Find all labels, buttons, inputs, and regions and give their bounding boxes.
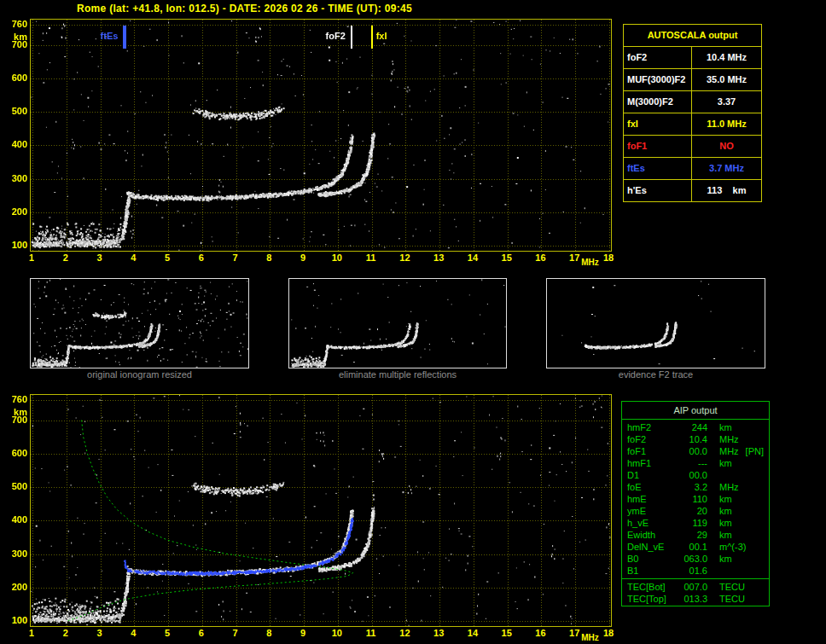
aip-table-title: AIP output bbox=[622, 402, 769, 420]
aip-param-extra bbox=[739, 481, 746, 493]
autoscala-table-rows: foF210.4 MHzMUF(3000)F235.0 MHzM(3000)F2… bbox=[624, 47, 761, 201]
x-axis-unit: MHz bbox=[581, 258, 599, 267]
aip-param-unit: km bbox=[707, 529, 732, 541]
autoscala-param-label: fxI bbox=[624, 113, 692, 135]
autoscala-param-label: foF2 bbox=[624, 47, 692, 68]
y-tick-label: 200 bbox=[2, 581, 27, 593]
aip-row: hmF2244km bbox=[622, 421, 769, 433]
aip-param-name: hmE bbox=[622, 493, 678, 505]
thumbnail-filtered-canvas bbox=[289, 279, 506, 368]
autoscala-param-value: 35.0 MHz bbox=[692, 69, 761, 90]
autoscala-param-label: MUF(3000)F2 bbox=[624, 69, 692, 90]
autoscala-row: MUF(3000)F235.0 MHz bbox=[624, 69, 761, 91]
thumbnail-caption-original: original ionogram resized bbox=[30, 369, 249, 380]
aip-param-extra bbox=[732, 505, 739, 517]
aip-param-value: 00.0 bbox=[678, 469, 707, 481]
y-tick-label: 760 bbox=[2, 393, 27, 405]
aip-param-unit: km bbox=[707, 457, 732, 469]
autoscala-row: foF210.4 MHz bbox=[624, 47, 761, 69]
aip-param-name: B1 bbox=[622, 565, 678, 577]
aip-param-value: 29 bbox=[678, 529, 707, 541]
marker-label-fxi: fxI bbox=[376, 31, 387, 41]
x-tick-label: 4 bbox=[122, 628, 144, 638]
autoscala-param-label: ftEs bbox=[624, 158, 692, 179]
aip-param-unit: TECU bbox=[707, 581, 745, 593]
y-tick-label: 100 bbox=[2, 614, 27, 626]
aip-param-extra bbox=[745, 581, 752, 593]
aip-row: hmE110km bbox=[622, 493, 769, 505]
y-tick-label: 600 bbox=[2, 447, 27, 459]
autoscala-row: foF1NO bbox=[624, 136, 761, 158]
y-tick-label: 300 bbox=[2, 172, 27, 184]
aip-param-extra bbox=[732, 493, 739, 505]
y-axis-unit: km bbox=[2, 31, 27, 43]
aip-param-value: 244 bbox=[678, 421, 707, 433]
aip-row: Ewidth29km bbox=[622, 529, 769, 541]
x-tick-label: 15 bbox=[496, 252, 518, 263]
aip-param-extra: [PN] bbox=[739, 445, 764, 457]
x-tick-label: 13 bbox=[428, 252, 450, 263]
aip-param-extra bbox=[732, 457, 739, 469]
bottom-ionogram-canvas bbox=[30, 394, 612, 627]
autoscala-table-title: AUTOSCALA output bbox=[624, 25, 761, 47]
aip-param-unit bbox=[707, 469, 719, 481]
aip-param-name: D1 bbox=[622, 469, 678, 481]
thumbnail-original-canvas bbox=[31, 279, 248, 368]
x-tick-label: 2 bbox=[55, 252, 77, 263]
x-tick-label: 7 bbox=[224, 628, 247, 638]
aip-table-rows: hmF2244kmfoF210.4MHzfoF100.0MHz[PN]hmF1-… bbox=[622, 420, 769, 577]
aip-param-name: foF2 bbox=[622, 433, 678, 445]
x-tick-label: 5 bbox=[156, 628, 178, 638]
thumbnail-caption-f2-trace: evidence F2 trace bbox=[546, 369, 765, 380]
top-ionogram-canvas bbox=[30, 19, 612, 252]
aip-row: foF210.4MHz bbox=[622, 433, 769, 445]
y-tick-label: 760 bbox=[2, 18, 27, 30]
aip-row: B0063.0km bbox=[622, 553, 769, 565]
aip-row: DelN_vE00.1m^(-3) bbox=[622, 541, 769, 553]
aip-param-unit: MHz bbox=[707, 481, 739, 493]
x-tick-label: 18 bbox=[597, 628, 620, 638]
y-tick-label: 600 bbox=[2, 72, 27, 84]
aip-param-name: B0 bbox=[622, 553, 678, 565]
x-tick-label: 2 bbox=[55, 628, 77, 638]
y-tick-label: 500 bbox=[2, 480, 27, 492]
thumbnail-caption-filtered: eliminate multiple reflections bbox=[288, 369, 507, 380]
aip-param-extra bbox=[732, 529, 739, 541]
autoscala-row: ftEs3.7 MHz bbox=[624, 158, 761, 180]
x-tick-label: 6 bbox=[190, 252, 212, 263]
x-tick-label: 13 bbox=[428, 628, 450, 638]
aip-table-tec-rows: TEC[Bot]007.0TECUTEC[Top]013.3TECU bbox=[622, 578, 769, 606]
x-tick-label: 12 bbox=[393, 628, 416, 638]
y-tick-label: 400 bbox=[2, 513, 27, 525]
y-tick-label: 300 bbox=[2, 548, 27, 560]
bottom-ionogram-plot: 100200300400500600700760km12345678910111… bbox=[0, 387, 618, 644]
aip-param-extra bbox=[719, 469, 726, 481]
aip-param-value: 01.6 bbox=[678, 565, 707, 577]
aip-row: TEC[Top]013.3TECU bbox=[622, 593, 769, 605]
aip-param-unit: MHz bbox=[707, 433, 739, 445]
aip-param-value: 063.0 bbox=[678, 553, 707, 565]
aip-row: hmF1---km bbox=[622, 457, 769, 469]
x-tick-label: 1 bbox=[20, 628, 43, 638]
x-tick-label: 9 bbox=[292, 252, 314, 263]
aip-param-name: ymE bbox=[622, 505, 678, 517]
x-tick-label: 6 bbox=[190, 628, 212, 638]
y-tick-label: 100 bbox=[2, 239, 27, 251]
aip-row: ymE20km bbox=[622, 505, 769, 517]
aip-param-name: Ewidth bbox=[622, 529, 678, 541]
aip-param-name: h_vE bbox=[622, 517, 678, 529]
autoscala-output-table: AUTOSCALA output foF210.4 MHzMUF(3000)F2… bbox=[623, 24, 762, 202]
aip-row: foE3.2MHz bbox=[622, 481, 769, 493]
x-tick-label: 11 bbox=[360, 252, 382, 263]
y-tick-label: 500 bbox=[2, 105, 27, 117]
aip-row: h_vE119km bbox=[622, 517, 769, 529]
x-tick-label: 5 bbox=[156, 252, 178, 263]
autoscala-param-value: 3.7 MHz bbox=[692, 158, 761, 179]
aip-param-name: foF1 bbox=[622, 445, 678, 457]
thumbnail-f2-trace bbox=[546, 278, 765, 368]
marker-label-ftes: ftEs bbox=[87, 31, 118, 41]
aip-row: TEC[Bot]007.0TECU bbox=[622, 581, 769, 593]
x-tick-label: 18 bbox=[597, 252, 620, 263]
x-tick-label: 8 bbox=[258, 628, 280, 638]
aip-param-unit: m^(-3) bbox=[707, 541, 746, 553]
